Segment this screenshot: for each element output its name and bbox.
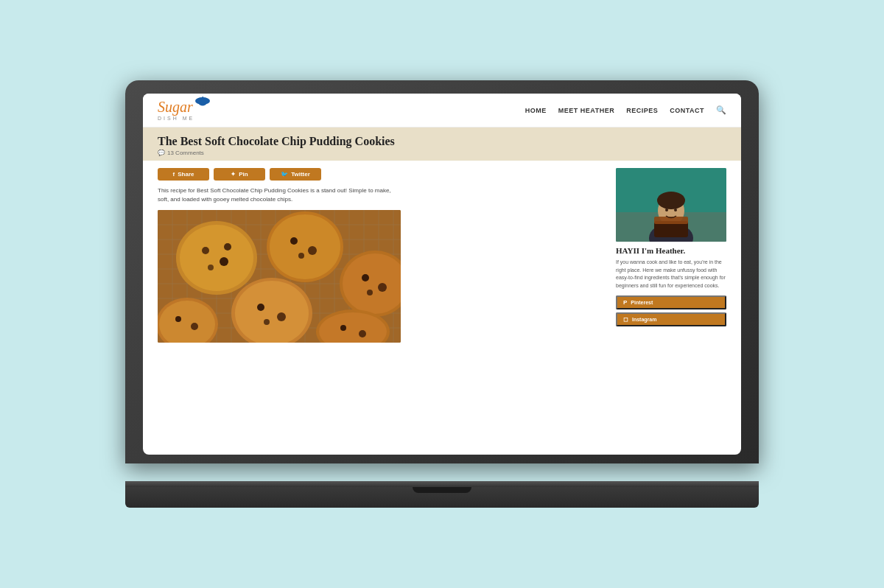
nav-recipes[interactable]: RECIPES (626, 107, 658, 114)
laptop-base (125, 487, 759, 508)
sidebar-pinterest-button[interactable]: P Pinterest (616, 295, 726, 309)
sidebar-instagram-button[interactable]: ◻ Instagram (616, 312, 726, 326)
sidebar: HAYII I'm Heather. If you wanna cook and… (616, 168, 726, 343)
svg-point-38 (298, 253, 304, 259)
logo-bowl-icon (194, 97, 211, 108)
svg-point-52 (191, 323, 198, 330)
facebook-icon: f (173, 171, 175, 178)
logo-subtitle-text: DISH ME (158, 116, 194, 121)
svg-point-51 (175, 316, 181, 322)
logo-brand-text: Sugar (158, 99, 193, 115)
site-header: Sugar DISH ME (143, 94, 741, 127)
share-twitter-button[interactable]: 🐦 Twitter (270, 168, 321, 181)
laptop: Sugar DISH ME (125, 80, 759, 508)
laptop-body: Sugar DISH ME (125, 80, 759, 463)
svg-point-43 (367, 290, 373, 295)
svg-point-36 (290, 237, 298, 245)
nav-contact[interactable]: CONTACT (670, 107, 704, 114)
comments-count: 13 Comments (167, 150, 204, 156)
share-pinterest-label: Pin (239, 171, 248, 178)
cookie-image (158, 210, 401, 343)
cookie-svg (158, 210, 401, 343)
site-logo: Sugar DISH ME (158, 99, 194, 121)
svg-point-48 (264, 319, 270, 325)
svg-point-61 (657, 192, 685, 209)
sidebar-bio: If you wanna cook and like to eat, you'r… (616, 259, 726, 290)
svg-point-47 (277, 312, 286, 321)
avatar-background (616, 168, 726, 242)
svg-line-2 (203, 97, 204, 97)
pinterest-social-label: Pinterest (631, 300, 653, 305)
svg-point-32 (208, 265, 214, 270)
share-facebook-button[interactable]: f Share (158, 168, 209, 181)
share-facebook-label: Share (178, 171, 194, 178)
svg-point-29 (180, 225, 253, 291)
main-content: f Share ✦ Pin 🐦 Twitter (158, 168, 604, 343)
share-pinterest-button[interactable]: ✦ Pin (214, 168, 265, 181)
pinterest-pin-icon: ✦ (231, 171, 236, 178)
sidebar-avatar (616, 168, 726, 242)
comment-icon: 💬 (158, 150, 165, 156)
svg-point-33 (224, 243, 231, 251)
twitter-icon: 🐦 (281, 171, 288, 178)
laptop-hinge (125, 481, 759, 487)
pinterest-social-icon: P (623, 299, 627, 306)
svg-point-41 (362, 274, 369, 281)
article-intro: This recipe for Best Soft Chocolate Chip… (158, 186, 401, 204)
search-icon[interactable]: 🔍 (716, 105, 726, 115)
svg-point-35 (270, 214, 340, 279)
comments-link[interactable]: 💬 13 Comments (158, 150, 726, 156)
share-twitter-label: Twitter (291, 171, 310, 178)
instagram-social-icon: ◻ (623, 316, 628, 323)
page-title-bar: The Best Soft Chocolate Chip Pudding Coo… (143, 127, 741, 161)
svg-point-45 (235, 281, 309, 343)
screen-content: Sugar DISH ME (143, 94, 741, 455)
screen-bezel: Sugar DISH ME (143, 94, 741, 455)
share-buttons: f Share ✦ Pin 🐦 Twitter (158, 168, 604, 181)
svg-point-42 (378, 283, 387, 292)
sidebar-greeting: HAYII I'm Heather. (616, 246, 726, 255)
main-layout: f Share ✦ Pin 🐦 Twitter (143, 161, 741, 350)
article-title: The Best Soft Chocolate Chip Pudding Coo… (158, 135, 726, 148)
instagram-social-label: Instagram (632, 317, 656, 322)
svg-point-31 (220, 257, 228, 266)
nav-meet-heather[interactable]: MEET HEATHER (558, 107, 614, 114)
site-nav: HOME MEET HEATHER RECIPES CONTACT 🔍 (525, 105, 726, 115)
svg-point-64 (665, 209, 668, 211)
svg-point-56 (359, 330, 366, 337)
nav-home[interactable]: HOME (525, 107, 547, 114)
cookie-bg-visual (158, 210, 401, 343)
svg-point-46 (257, 304, 264, 311)
svg-point-30 (202, 247, 209, 254)
svg-point-55 (340, 325, 346, 331)
svg-point-65 (674, 209, 677, 211)
avatar-svg (616, 168, 726, 242)
svg-point-37 (308, 246, 317, 255)
